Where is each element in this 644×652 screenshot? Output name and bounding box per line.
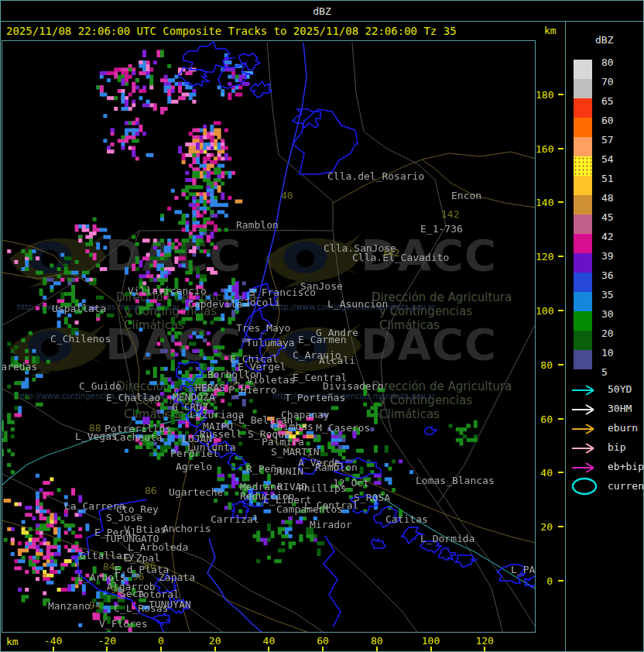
- y-axis-tick-label: 80: [536, 360, 553, 370]
- road-number-label: 40: [281, 190, 293, 201]
- road-number-label: 86: [144, 561, 156, 571]
- legend-label: bip: [608, 442, 625, 453]
- city-label: S_MARTIN: [271, 447, 320, 457]
- colorbar-label: 80: [601, 57, 614, 67]
- y-axis-tick-label: 60: [536, 414, 553, 424]
- y-axis-unit-label: km: [544, 25, 557, 36]
- colorbar-label: 42: [601, 232, 614, 242]
- y-axis-tick: [558, 148, 564, 149]
- city-label: Luzuriaga: [190, 410, 244, 420]
- y-axis-tick-label: 0: [536, 576, 553, 586]
- colorbar-label: 57: [601, 135, 614, 145]
- x-axis-tick-label: 20: [200, 636, 231, 646]
- y-axis-tick-label: 100: [536, 306, 553, 316]
- colorbar-label: 30: [601, 309, 614, 319]
- y-axis-tick-label: 20: [536, 522, 553, 532]
- city-label: Carrizal: [211, 514, 259, 524]
- radar-app-window: dBZ 2025/11/08 22:06:00 UTC Composite Tr…: [0, 0, 644, 652]
- colorbar-swatch: [574, 60, 592, 79]
- colorbar-label: 60: [601, 115, 614, 125]
- x-axis-tick-label: 60: [307, 636, 338, 646]
- colorbar-swatch: [574, 137, 592, 156]
- city-label: Catitas: [385, 514, 428, 524]
- city-label: Zapata: [159, 572, 195, 582]
- city-label: L_Dormida: [420, 534, 474, 544]
- colorbar-swatch: [574, 292, 592, 311]
- x-axis-tick: [484, 647, 485, 651]
- city-label: E_1-736: [420, 224, 463, 234]
- colorbar-label: 51: [601, 173, 614, 184]
- city-label: T_Porteñas: [285, 393, 345, 403]
- x-axis-tick-label: 100: [416, 636, 447, 646]
- colorbar-swatch: [574, 331, 592, 350]
- colorbar-swatch: [574, 311, 592, 331]
- city-label: Encon: [451, 190, 481, 201]
- city-label: Tres_Mayo: [236, 323, 290, 333]
- x-axis-tick-label: 40: [253, 636, 284, 646]
- x-axis-tick-label: 120: [469, 636, 500, 646]
- road-number-label: 142: [441, 209, 459, 219]
- city-label: Manzano: [48, 601, 91, 611]
- city-label: Polvaredas: [2, 362, 37, 372]
- window-titlebar[interactable]: dBZ: [0, 0, 644, 22]
- city-label: Agrelo: [176, 462, 212, 472]
- colorbar-swatch: [574, 118, 592, 137]
- x-axis-tick-label: 80: [361, 636, 392, 646]
- road-number-label: 90: [111, 585, 123, 595]
- city-label: Divisadero: [323, 381, 383, 391]
- colorbar-swatch: [574, 253, 592, 273]
- city-label: Ramblon: [236, 220, 279, 230]
- city-label: L_Asuncion: [327, 299, 388, 309]
- colorbar-swatch: [574, 79, 592, 98]
- 30HM-arrow-icon: [570, 404, 601, 415]
- city-label: Villavicencio: [128, 286, 207, 296]
- city-label: Clla.del_Rosario: [327, 171, 424, 181]
- city-label: Clla.El_Cavadito: [352, 252, 449, 263]
- x-axis-tick: [53, 647, 54, 651]
- y-axis-tick: [558, 526, 564, 527]
- x-axis-tick: [214, 647, 216, 651]
- legend-label: 50YD: [608, 384, 632, 395]
- legend-label: 30HM: [608, 403, 632, 414]
- eb+bip-arrow-icon: [570, 462, 601, 473]
- x-axis-unit-label: km: [6, 636, 19, 647]
- colorbar-swatch: [574, 156, 592, 176]
- x-axis-tick: [106, 647, 108, 651]
- city-label: Mirador: [310, 520, 352, 530]
- city-label: M_Caseros: [316, 423, 370, 433]
- timeline-status-text: 2025/11/08 22:06:00 UTC Composite Tracks…: [6, 25, 457, 37]
- eburn-arrow-icon: [570, 424, 601, 434]
- y-axis-tick: [558, 364, 564, 365]
- colorbar-label: 36: [601, 270, 614, 280]
- radar-map-viewport[interactable]: DACCDirección de Agriculturay Contingenc…: [2, 40, 536, 633]
- y-axis-tick: [558, 310, 564, 311]
- road-number-label: 84: [103, 561, 115, 571]
- colorbar-label: 39: [601, 251, 614, 261]
- city-label: Ramblon: [315, 462, 358, 472]
- y-axis-tick: [558, 472, 564, 473]
- colorbar-label: 10: [601, 348, 614, 358]
- city-label: P_Hierro: [228, 385, 277, 395]
- current-ellipse-icon: [570, 476, 601, 496]
- colorbar-label: 35: [601, 290, 614, 300]
- y-axis-tick-label: 160: [536, 144, 553, 154]
- x-axis-tick: [430, 647, 432, 651]
- x-axis-tick-label: -20: [91, 636, 122, 646]
- colorbar-label: 65: [601, 96, 614, 106]
- city-label: Lomas_Blancas: [416, 475, 495, 486]
- x-axis-tick-label: -40: [38, 636, 69, 646]
- y-axis-tick-label: 120: [536, 252, 553, 262]
- city-label: E_Challao: [106, 393, 160, 403]
- city-label: L_Arboleda: [128, 542, 188, 552]
- y-axis-tick: [558, 418, 564, 420]
- y-axis-tick: [558, 201, 564, 203]
- city-label: Tulumaya: [246, 338, 295, 348]
- road-number-label: 142: [382, 248, 399, 258]
- colorbar-label: 48: [601, 193, 614, 203]
- y-axis-tick: [558, 94, 564, 95]
- legend-label: current: [608, 481, 644, 492]
- city-label: Phillips: [298, 483, 347, 493]
- city-label: Uspallata: [52, 304, 106, 314]
- colorbar-title: dBZ: [595, 34, 613, 46]
- colorbar-swatch: [574, 176, 592, 195]
